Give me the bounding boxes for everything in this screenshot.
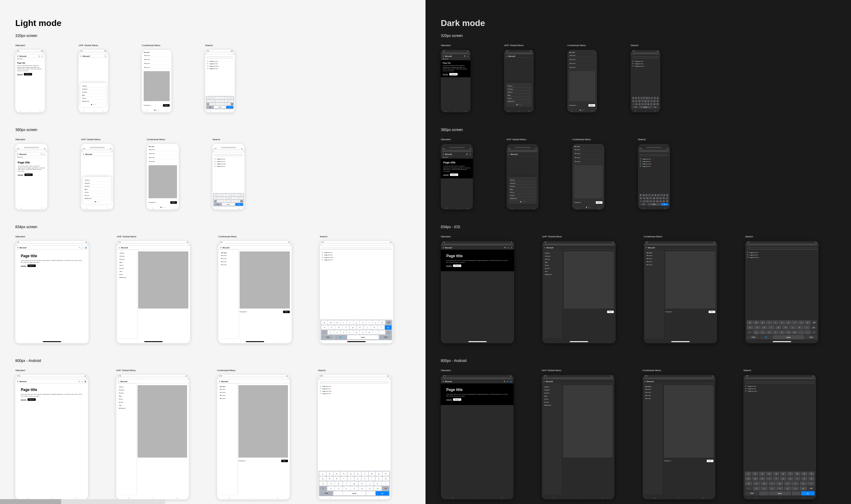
- horizontal-scrollbar[interactable]: [0, 499, 165, 504]
- light-320-group: 320px screen Standard 9:41●●● ☰Microsoft…: [15, 34, 410, 112]
- device: 9:41●●● ☰Microsoft Site name Menu item M…: [142, 50, 172, 112]
- light-panel: Light mode 320px screen Standard 9:41●●●…: [0, 0, 426, 504]
- search-input[interactable]: [207, 56, 233, 58]
- dark-title: Dark mode: [441, 18, 836, 28]
- light-title: Light mode: [15, 18, 410, 28]
- frame-320-standard: Standard 9:41●●● ☰Microsoft🔍🛒 Site name …: [15, 44, 45, 112]
- section-320: 320px screen: [15, 34, 410, 38]
- dark-panel: Dark mode 320px screen Standard 9:41●● ☰…: [426, 0, 851, 504]
- contextual-drawer: Site name Menu item Menu item Menu item …: [142, 50, 172, 112]
- device: 9:41●●● ✕Microsoft🔍 Software› Hardware› …: [79, 50, 108, 112]
- menu-icon[interactable]: ☰: [17, 55, 18, 57]
- cart-icon[interactable]: 🛒: [41, 55, 43, 57]
- light-834-group: 834px screen Standard 9:41●● ☰Microsoft🔍…: [15, 225, 410, 343]
- search-icon[interactable]: 🔍: [38, 55, 40, 57]
- light-360-group: 360px screen Standard 9:41●● ☰Microsoft🔍…: [15, 128, 410, 210]
- device: 9:41●●● ☰Microsoft🔍🛒 Site name Page titl…: [15, 50, 45, 112]
- keyboard[interactable]: qwertyuiop asdfghjkl ⇧zxcvbnm⌫ 123spaceg…: [206, 96, 234, 109]
- frame-320-uhf: UHF Global Menu 9:41●●● ✕Microsoft🔍 Soft…: [79, 44, 108, 112]
- uhf-sidebar: SoftwareHardwareBusinessAppsGamesAccount…: [118, 250, 137, 339]
- uhf-sheet: Software› Hardware› Business› Apps› Game…: [81, 83, 106, 107]
- device: 9:41●●● 🔍 Suggestion one 🔍 Suggestion tw…: [205, 50, 235, 112]
- light-800-group: 800px - Android Standard 12:30▲● ☰Micros…: [15, 359, 410, 500]
- frame-320-search: Search 9:41●●● 🔍 Suggestion one 🔍 Sugges…: [205, 44, 235, 112]
- frame-320-contextual: Contextual Menu 9:41●●● ☰Microsoft Site …: [142, 44, 172, 112]
